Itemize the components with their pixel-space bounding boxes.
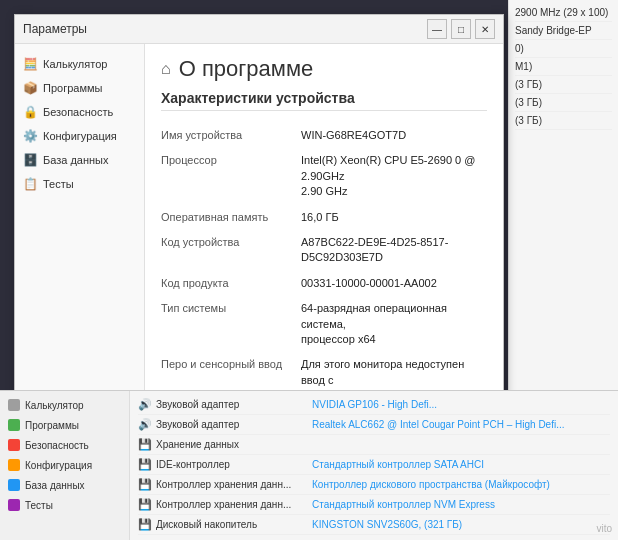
bottom-row-label-0: Звуковой адаптер [156,399,239,410]
sidebar-item-1[interactable]: 📦Программы [15,76,144,100]
disk-icon-4: 💾 [138,478,152,491]
bottom-left-icon-1 [8,419,20,431]
sidebar-label-0: Калькулятор [43,58,107,70]
disk-icon-1: 🔊 [138,418,152,431]
info-value-2: 16,0 ГБ [301,210,487,225]
disk-icon-3: 💾 [138,458,152,471]
bottom-row-label-3: IDE-контроллер [156,459,230,470]
bottom-left-panel: КалькуляторПрограммыБезопасностьКонфигур… [0,391,130,540]
sidebar-label-2: Безопасность [43,106,113,118]
disk-icon-0: 🔊 [138,398,152,411]
bottom-left-item-2[interactable]: Безопасность [0,435,129,455]
bottom-row-label-5: Контроллер хранения данн... [156,499,291,510]
bottom-left-item-1[interactable]: Программы [0,415,129,435]
bottom-row-0: 🔊 Звуковой адаптер NVIDIA GP106 - High D… [138,395,610,415]
bottom-left-label-1: Программы [25,420,79,431]
sidebar-item-3[interactable]: ⚙️Конфигурация [15,124,144,148]
bottom-row-right-5: Стандартный контроллер NVM Express [312,499,610,510]
info-row-3: Код устройства A87BC622-DE9E-4D25-8517-D… [161,230,487,271]
bottom-row-left-1: 🔊 Звуковой адаптер [138,418,308,431]
minimize-button[interactable]: — [427,19,447,39]
bottom-left-item-5[interactable]: Тесты [0,495,129,515]
page-header: ⌂ О программе [161,56,487,82]
bottom-row-left-0: 🔊 Звуковой адаптер [138,398,308,411]
sidebar-label-4: База данных [43,154,109,166]
bottom-left-icon-5 [8,499,20,511]
bottom-left-item-4[interactable]: База данных [0,475,129,495]
info-row-1: Процессор Intel(R) Xeon(R) CPU E5-2690 0… [161,148,487,204]
sidebar-item-2[interactable]: 🔒Безопасность [15,100,144,124]
bottom-left-icon-0 [8,399,20,411]
sidebar-item-4[interactable]: 🗄️База данных [15,148,144,172]
bottom-row-left-2: 💾 Хранение данных [138,438,308,451]
bottom-row-right-1: Realtek ALC662 @ Intel Cougar Point PCH … [312,419,610,430]
sidebar-icon-1: 📦 [23,81,37,95]
bottom-row-6: 💾 Дисковый накопитель KINGSTON SNV2S60G,… [138,515,610,535]
bottom-row-label-6: Дисковый накопитель [156,519,257,530]
right-panel-freq: 2900 MHz (29 x 100) [515,4,612,22]
title-bar: Параметры — □ ✕ [15,15,503,44]
maximize-button[interactable]: □ [451,19,471,39]
disk-icon-5: 💾 [138,498,152,511]
info-label-3: Код устройства [161,235,301,266]
info-row-4: Код продукта 00331-10000-00001-AA002 [161,271,487,296]
main-area: ⌂ О программе Характеристики устройства … [145,44,503,403]
window-title: Параметры [23,22,87,36]
bottom-row-right-6: KINGSTON SNV2S60G, (321 ГБ) [312,519,610,530]
bottom-row-label-2: Хранение данных [156,439,239,450]
right-panel-row4: (3 ГБ) [515,76,612,94]
info-label-2: Оперативная память [161,210,301,225]
bottom-row-left-4: 💾 Контроллер хранения данн... [138,478,308,491]
bottom-right-panel: 🔊 Звуковой адаптер NVIDIA GP106 - High D… [130,391,618,540]
bottom-left-icon-2 [8,439,20,451]
home-icon: ⌂ [161,60,171,78]
sidebar-icon-0: 🧮 [23,57,37,71]
info-row-2: Оперативная память 16,0 ГБ [161,205,487,230]
bottom-row-right-4: Контроллер дискового пространства (Майкр… [312,479,610,490]
right-panel-row5: (3 ГБ) [515,94,612,112]
page-heading: О программе [179,56,314,82]
info-label-5: Тип системы [161,301,301,347]
right-panel-row2: 0) [515,40,612,58]
disk-icon-2: 💾 [138,438,152,451]
sidebar-icon-3: ⚙️ [23,129,37,143]
bottom-row-1: 🔊 Звуковой адаптер Realtek ALC662 @ Inte… [138,415,610,435]
bottom-row-4: 💾 Контроллер хранения данн... Контроллер… [138,475,610,495]
bottom-left-label-4: База данных [25,480,85,491]
right-panel-bridge: Sandy Bridge-EP [515,22,612,40]
info-table: Имя устройства WIN-G68RE4GOT7D Процессор… [161,123,487,403]
bottom-row-2: 💾 Хранение данных [138,435,610,455]
info-label-4: Код продукта [161,276,301,291]
sidebar-icon-4: 🗄️ [23,153,37,167]
section-title: Характеристики устройства [161,90,487,111]
bottom-row-right-0: NVIDIA GP106 - High Defi... [312,399,610,410]
bottom-row-left-3: 💾 IDE-контроллер [138,458,308,471]
bottom-row-5: 💾 Контроллер хранения данн... Стандартны… [138,495,610,515]
watermark: vito [596,523,612,534]
window-content: 🧮Калькулятор📦Программы🔒Безопасность⚙️Кон… [15,44,503,403]
settings-window: Параметры — □ ✕ 🧮Калькулятор📦Программы🔒Б… [14,14,504,404]
sidebar-item-5[interactable]: 📋Тесты [15,172,144,196]
bottom-left-item-0[interactable]: Калькулятор [0,395,129,415]
bottom-row-right-3: Стандартный контроллер SATA AHCI [312,459,610,470]
bottom-left-label-2: Безопасность [25,440,89,451]
bottom-row-left-5: 💾 Контроллер хранения данн... [138,498,308,511]
right-panel-row6: (3 ГБ) [515,112,612,130]
bottom-row-label-1: Звуковой адаптер [156,419,239,430]
info-label-1: Процессор [161,153,301,199]
close-button[interactable]: ✕ [475,19,495,39]
bottom-left-label-3: Конфигурация [25,460,92,471]
bottom-left-item-3[interactable]: Конфигурация [0,455,129,475]
bottom-row-left-6: 💾 Дисковый накопитель [138,518,308,531]
bottom-row-label-4: Контроллер хранения данн... [156,479,291,490]
sidebar-label-3: Конфигурация [43,130,117,142]
sidebar-label-1: Программы [43,82,102,94]
sidebar-icon-5: 📋 [23,177,37,191]
sidebar-icon-2: 🔒 [23,105,37,119]
sidebar-item-0[interactable]: 🧮Калькулятор [15,52,144,76]
bottom-left-label-0: Калькулятор [25,400,84,411]
right-panel-row3: M1) [515,58,612,76]
info-row-0: Имя устройства WIN-G68RE4GOT7D [161,123,487,148]
info-value-4: 00331-10000-00001-AA002 [301,276,487,291]
bottom-left-icon-4 [8,479,20,491]
